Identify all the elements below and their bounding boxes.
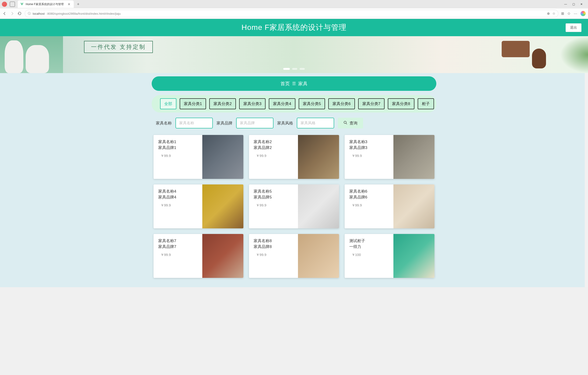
category-item[interactable]: 家具分类5 <box>299 98 325 109</box>
address-bar[interactable]: ⓘ localhost:8080/springboot2869a/front/d… <box>25 10 558 17</box>
product-image <box>393 184 434 228</box>
category-bar: 全部 家具分类1 家具分类2 家具分类3 家具分类4 家具分类5 家具分类6 家… <box>152 95 436 113</box>
product-image <box>202 135 243 179</box>
search-brand-label: 家具品牌 <box>217 120 232 126</box>
close-window-icon[interactable]: ✕ <box>580 3 583 6</box>
product-card[interactable]: 家具名称4 家具品牌4 ￥99.9 <box>154 184 243 228</box>
banner-decoration-right <box>448 36 553 73</box>
search-style-label: 家具风格 <box>277 120 293 126</box>
search-icon <box>344 121 347 126</box>
search-brand-input[interactable] <box>236 118 273 129</box>
product-brand: 家具品牌7 <box>158 244 200 249</box>
new-tab-button[interactable]: + <box>77 2 80 7</box>
product-brand: 家具品牌5 <box>254 194 296 200</box>
category-item[interactable]: 家具分类8 <box>388 98 414 109</box>
profile-icon[interactable] <box>2 2 7 7</box>
banner-text: 一件代发 支持定制 <box>84 41 153 53</box>
carousel-dot[interactable] <box>292 68 297 70</box>
product-brand: 家具品牌3 <box>349 145 391 150</box>
carousel-dots <box>283 68 305 70</box>
url-path: :8080/springboot2869a/front/dist/index.h… <box>46 12 121 15</box>
carousel-dot[interactable] <box>300 68 305 70</box>
product-price: ￥99.9 <box>160 154 200 158</box>
category-item[interactable]: 家具分类1 <box>180 98 206 109</box>
tab-title: Home F家居系统的设计与管理 <box>26 2 65 6</box>
copilot-icon[interactable] <box>580 11 586 16</box>
product-card[interactable]: 家具名称8 家具品牌8 ￥99.9 <box>249 234 339 278</box>
toolbar-actions: ⊞ ✩ ⋯ <box>561 11 586 16</box>
product-name: 家具名称1 <box>158 139 200 145</box>
product-price: ￥99.9 <box>160 253 200 257</box>
info-icon[interactable]: ⓘ <box>28 11 31 16</box>
back-icon[interactable] <box>2 11 7 16</box>
logout-button[interactable]: 退出 <box>566 23 581 32</box>
search-style-input[interactable] <box>297 118 334 129</box>
page-header: Home F家居系统的设计与管理 退出 <box>0 19 588 36</box>
product-name: 家具名称4 <box>158 189 200 194</box>
maximize-icon[interactable]: ▢ <box>572 3 575 6</box>
product-name: 家具名称7 <box>158 238 200 244</box>
nav-home[interactable]: 首页 <box>281 81 290 87</box>
category-item[interactable]: 家具分类2 <box>209 98 236 109</box>
favorites-bar-icon[interactable]: ✩ <box>567 11 570 16</box>
product-brand: 家具品牌4 <box>158 194 200 200</box>
category-item[interactable]: 家具分类7 <box>358 98 385 109</box>
reload-icon[interactable] <box>17 11 22 16</box>
product-card[interactable]: 家具名称1 家具品牌1 ￥99.9 <box>154 135 243 179</box>
search-name-input[interactable] <box>176 118 213 129</box>
product-image <box>298 135 339 179</box>
category-item[interactable]: 家具分类3 <box>239 98 265 109</box>
product-image <box>298 184 339 228</box>
extensions-icon[interactable]: ⊞ <box>561 11 564 16</box>
product-brand: 家具品牌8 <box>254 244 296 249</box>
search-button[interactable]: 查询 <box>338 118 363 129</box>
favorite-icon[interactable]: ☆ <box>552 11 555 16</box>
search-name-label: 家具名称 <box>156 120 172 126</box>
browser-chrome: Home F家居系统的设计与管理 ✕ + — ▢ ✕ ⓘ localhost:8… <box>0 0 588 19</box>
product-price: ￥100 <box>352 253 391 257</box>
workspaces-icon[interactable] <box>10 2 15 7</box>
tab-bar: Home F家居系统的设计与管理 ✕ + — ▢ ✕ <box>0 0 588 8</box>
product-brand: 家具品牌1 <box>158 145 200 150</box>
product-card[interactable]: 家具名称3 家具品牌3 ￥99.9 <box>345 135 434 179</box>
category-item[interactable]: 家具分类6 <box>328 98 355 109</box>
banner-leaves <box>560 36 588 73</box>
category-all[interactable]: 全部 <box>160 98 176 109</box>
product-image <box>298 234 339 278</box>
svg-point-0 <box>344 121 346 124</box>
menu-icon[interactable]: ⋯ <box>574 11 577 16</box>
product-image <box>393 234 434 278</box>
page-body: Home F家居系统的设计与管理 退出 一件代发 支持定制 首页 ☰ 家具 全部… <box>0 19 588 287</box>
forward-icon <box>10 11 14 16</box>
product-name: 测试柜子 <box>349 238 391 244</box>
product-name: 家具名称5 <box>254 189 296 194</box>
product-brand: 家具品牌6 <box>349 194 391 200</box>
product-name: 家具名称8 <box>254 238 296 244</box>
close-icon[interactable]: ✕ <box>67 2 71 6</box>
hero-banner[interactable]: 一件代发 支持定制 <box>0 36 588 73</box>
carousel-dot[interactable] <box>283 68 290 70</box>
minimize-icon[interactable]: — <box>564 3 567 6</box>
product-card[interactable]: 家具名称6 家具品牌6 ￥99.9 <box>345 184 434 228</box>
nav-separator-icon: ☰ <box>292 81 296 86</box>
banner-decoration-left <box>0 36 63 73</box>
url-host: localhost <box>33 12 45 15</box>
category-item[interactable]: 柜子 <box>418 98 434 109</box>
zoom-icon[interactable]: ⊕ <box>547 11 550 16</box>
product-card[interactable]: 家具名称2 家具品牌2 ￥99.9 <box>249 135 339 179</box>
product-card[interactable]: 测试柜子 一得力 ￥100 <box>345 234 434 278</box>
product-image <box>202 184 243 228</box>
product-price: ￥99.9 <box>352 203 391 208</box>
url-bar: ⓘ localhost:8080/springboot2869a/front/d… <box>0 8 588 19</box>
category-item[interactable]: 家具分类4 <box>269 98 295 109</box>
product-price: ￥99.9 <box>352 154 391 158</box>
nav-current[interactable]: 家具 <box>298 81 307 87</box>
product-card[interactable]: 家具名称5 家具品牌5 ￥99.9 <box>249 184 339 228</box>
product-price: ￥99.9 <box>160 203 200 208</box>
search-button-label: 查询 <box>349 120 357 126</box>
breadcrumb-nav: 首页 ☰ 家具 <box>152 76 436 91</box>
window-controls: — ▢ ✕ <box>564 3 587 6</box>
product-price: ￥99.9 <box>256 154 296 158</box>
browser-tab[interactable]: Home F家居系统的设计与管理 ✕ <box>18 0 74 8</box>
product-card[interactable]: 家具名称7 家具品牌7 ￥99.9 <box>154 234 243 278</box>
